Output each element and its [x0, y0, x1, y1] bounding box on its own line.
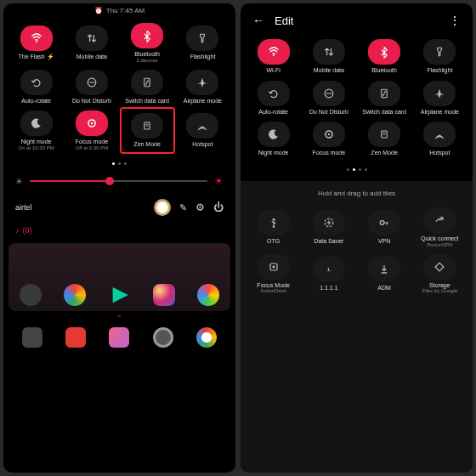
qs-tile-storage[interactable]: StorageFiles by Google: [412, 251, 468, 298]
svg-point-18: [380, 221, 384, 225]
tile-label: Auto-rotate: [21, 98, 51, 105]
qs-tile-night-mode[interactable]: Night mode: [246, 118, 301, 160]
qs-tile-hotspot[interactable]: Hotspot: [412, 118, 468, 160]
qs-tile-quick-connect[interactable]: Quick connectProtonVPN: [412, 204, 468, 251]
zen-icon: [131, 113, 163, 139]
hotspot-icon: [186, 113, 218, 139]
status-bar: ⏰ Thu 7:45 AM: [3, 3, 235, 16]
airplane-icon: [186, 70, 218, 95]
qs-tile-grid-left: The Flash ⚡Mobile dataBluetooth2 devices…: [3, 16, 235, 157]
qs-tile-vpn[interactable]: VPN: [357, 204, 412, 251]
sim-icon: [368, 81, 400, 106]
avatar[interactable]: [154, 199, 171, 216]
qs-tile-night-mode[interactable]: Night modeOn at 10:30 PM: [8, 107, 64, 154]
page-dots-left[interactable]: [3, 157, 235, 170]
qs-tile-wi-fi[interactable]: Wi-Fi: [246, 36, 301, 77]
app-instagram-icon[interactable]: [153, 284, 175, 306]
page-dots-right[interactable]: [241, 163, 473, 176]
qs-tile-otg[interactable]: OTG: [246, 204, 301, 251]
qs-tile-airplane-mode[interactable]: Airplane mode: [412, 77, 468, 119]
more-vert-icon[interactable]: ⋮: [449, 14, 461, 27]
power-icon[interactable]: ⏻: [213, 201, 224, 213]
qs-tile-auto-rotate[interactable]: Auto-rotate: [8, 66, 64, 108]
wifi-icon: [258, 39, 290, 65]
dns-icon: 1.: [313, 257, 345, 282]
qs-tile-mobile-data[interactable]: Mobile data: [64, 20, 119, 66]
app-photos-icon[interactable]: [197, 284, 219, 306]
qs-tile-adm[interactable]: ADM: [357, 251, 412, 298]
edit-title: Edit: [275, 14, 293, 27]
qs-tile-zen-mode[interactable]: Zen Mode: [357, 118, 412, 160]
qs-tile-zen-mode[interactable]: Zen Mode: [120, 107, 175, 154]
qs-tile-focus-mode[interactable]: Focus modeOff at 6:30 PM: [64, 107, 119, 154]
brightness-slider[interactable]: [30, 180, 207, 182]
dock-camera-icon[interactable]: [153, 327, 173, 348]
dock-phone-icon[interactable]: [22, 327, 42, 348]
qs-tile-the-flash-[interactable]: The Flash ⚡: [8, 20, 64, 66]
alarm-icon: ⏰: [94, 7, 103, 14]
qs-tile-1-1-1-1[interactable]: 1.1.1.1.1: [301, 251, 356, 298]
qs-tile-bluetooth[interactable]: Bluetooth2 devices: [120, 20, 175, 66]
tile-label: Switch data card: [362, 109, 406, 116]
tile-label: Do Not Disturb: [309, 109, 348, 116]
focus-icon: [313, 122, 345, 147]
qs-tile-bluetooth[interactable]: Bluetooth: [357, 36, 412, 77]
qs-tile-data-saver[interactable]: Data Saver: [301, 204, 356, 251]
music-label: (0): [23, 226, 32, 235]
tile-label: VPN: [378, 238, 390, 245]
back-arrow-icon[interactable]: ←: [252, 14, 264, 27]
rotate-icon: [258, 81, 290, 106]
app-chrome-icon[interactable]: [64, 284, 86, 306]
qs-tile-switch-data-card[interactable]: Switch data card: [357, 77, 412, 119]
qs-tile-focus-mode[interactable]: Focus mode: [301, 118, 356, 160]
edit-header: ← Edit ⋮: [241, 3, 473, 32]
qs-tile-hotspot[interactable]: Hotspot: [175, 107, 230, 154]
edit-pencil-icon[interactable]: ✎: [179, 202, 187, 213]
qs-tile-focus-mode[interactable]: Focus ModeActionDash: [246, 251, 301, 298]
tile-label: 1.1.1.1: [320, 285, 337, 292]
tile-label: ADM: [377, 285, 391, 292]
tile-label: Switch data card: [125, 98, 169, 105]
flashlight-icon: [186, 26, 218, 51]
tile-label: Focus Mode: [257, 282, 290, 289]
dock-chrome-icon[interactable]: [196, 327, 217, 348]
tile-label: Mobile data: [314, 67, 344, 74]
data-arrows-icon: [313, 39, 345, 65]
flashlight-icon: [423, 39, 456, 65]
tile-label: Hotspot: [192, 141, 212, 148]
storage-icon: [423, 254, 456, 280]
qs-tile-flashlight[interactable]: Flashlight: [175, 20, 230, 66]
tile-sublabel: Off at 6:30 PM: [76, 145, 109, 150]
qs-tile-mobile-data[interactable]: Mobile data: [301, 36, 356, 77]
dnd-icon: [313, 81, 345, 106]
app-contacts-icon[interactable]: [20, 284, 42, 306]
qs-tile-do-not-disturb[interactable]: Do Not Disturb: [64, 66, 119, 108]
airplane-icon: [423, 81, 456, 106]
home-screen-preview: [8, 243, 230, 311]
music-note-icon: ♪: [15, 226, 20, 235]
tile-label: Night mode: [258, 150, 289, 156]
tile-label: Focus mode: [76, 139, 109, 145]
tile-label: Data Saver: [314, 238, 343, 245]
tile-sublabel: 2 devices: [136, 58, 157, 63]
app-play-icon[interactable]: [108, 284, 130, 306]
focus2-icon: [258, 254, 290, 280]
qs-tile-airplane-mode[interactable]: Airplane mode: [175, 66, 230, 108]
qs-tile-auto-rotate[interactable]: Auto-rotate: [246, 77, 301, 119]
dock-music-icon[interactable]: [109, 327, 129, 348]
dnd-icon: [76, 70, 108, 95]
music-notif[interactable]: ♪ (0): [3, 223, 235, 238]
datasaver-icon: [313, 210, 345, 235]
tile-label: Bluetooth: [371, 67, 397, 74]
dock-messages-icon[interactable]: [65, 327, 86, 348]
chevron-up-icon[interactable]: ⌃: [3, 311, 235, 326]
qs-tile-flashlight[interactable]: Flashlight: [412, 36, 468, 77]
tile-label: Zen Mode: [133, 141, 161, 148]
svg-point-16: [272, 226, 274, 228]
hotspot-icon: [423, 122, 456, 147]
qs-tile-do-not-disturb[interactable]: Do Not Disturb: [301, 77, 356, 119]
gear-icon[interactable]: ⚙: [196, 201, 205, 213]
qs-tile-switch-data-card[interactable]: Switch data card: [120, 66, 175, 108]
moon-icon: [20, 110, 53, 136]
tile-label: Focus mode: [313, 150, 346, 156]
